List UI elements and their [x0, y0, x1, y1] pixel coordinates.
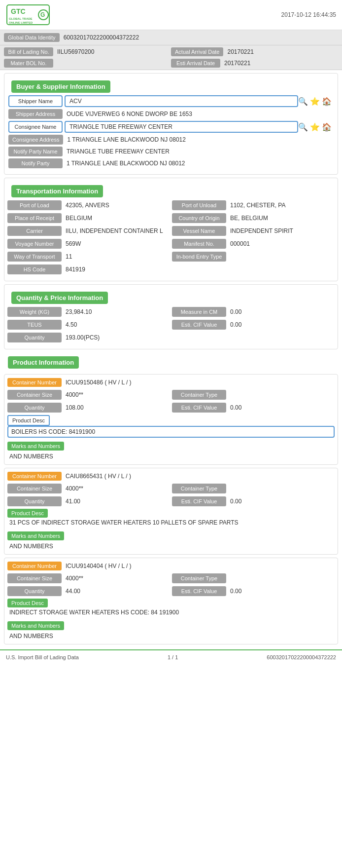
container-size-row-0: Container Size 4000** Container Type — [7, 389, 335, 400]
place-receipt-label: Place of Receipt — [7, 213, 62, 223]
product-desc-value-1: 31 PCS OF INDIRECT STORAGE WATER HEATERS… — [7, 518, 335, 528]
weight-value: 23,984.10 — [62, 306, 170, 317]
container-number-bar-0: Container Number ICUU9150486 ( HV / L / … — [7, 377, 335, 387]
carrier-value: IILU, INDEPENDENT CONTAINER L — [62, 226, 170, 236]
voyage-value: 569W — [62, 238, 170, 249]
container-type-value-1 — [226, 487, 335, 491]
star-icon-2[interactable]: ⭐ — [310, 122, 320, 132]
product-card-0: Container Number ICUU9150486 ( HV / L / … — [4, 374, 338, 465]
home-icon-2[interactable]: 🏠 — [322, 122, 332, 132]
notify-name-value: TRIANGLE TUBE FREEWAY CENTER — [63, 147, 334, 156]
product-quantity-label-1: Quantity — [7, 496, 62, 506]
esti-cif-label: Esti. CIF Value — [172, 320, 226, 330]
container-type-value-2 — [226, 576, 335, 580]
marks-label-2: Marks and Numbers — [7, 621, 64, 630]
product-desc-value-2: INDIRECT STORAGE WATER HEATERS HS CODE: … — [7, 607, 335, 617]
shipper-name-label: Shipper Name — [8, 95, 63, 107]
container-size-value-1: 4000** — [62, 483, 170, 494]
quantity-row: Quantity 193.00(PCS) — [7, 332, 335, 343]
svg-text:G: G — [40, 11, 45, 18]
container-number-value-0: ICUU9150486 ( HV / L / ) — [62, 377, 136, 387]
weight-label: Weight (KG) — [7, 307, 62, 317]
product-esti-cif-value-0: 0.00 — [226, 402, 335, 413]
carrier-row: Carrier IILU, INDEPENDENT CONTAINER L Ve… — [7, 226, 335, 236]
notify-party-row: Notify Party 1 TRIANGLE LANE BLACKWOOD N… — [7, 158, 335, 168]
product-quantity-value-1: 41.00 — [62, 496, 170, 507]
inbond-value — [226, 255, 335, 259]
container-number-label-1: Container Number — [7, 472, 62, 481]
search-icon[interactable]: 🔍 — [298, 97, 308, 106]
marks-label-1: Marks and Numbers — [7, 531, 64, 540]
notify-party-label: Notify Party — [8, 158, 63, 168]
consignee-address-row: Consignee Address 1 TRIANGLE LANE BLACKW… — [7, 135, 335, 145]
quantity-price-title: Quantity & Price Information — [11, 292, 108, 304]
product-quantity-row-2: Quantity 44.00 Esti. CIF Value 0.00 — [7, 586, 335, 597]
weight-row: Weight (KG) 23,984.10 Measure in CM 0.00 — [7, 306, 335, 317]
bill-info-strip: Bill of Lading No. IILU56970200 Actual A… — [0, 45, 342, 70]
quantity-value: 193.00(PCS) — [62, 332, 170, 343]
country-origin-label: Country of Origin — [172, 213, 226, 223]
port-unload-label: Port of Unload — [172, 200, 226, 210]
product-quantity-label-0: Quantity — [7, 403, 62, 413]
logo-area: GTC GLOBAL TRADE ONLINE LIMITED G — [6, 4, 50, 26]
page-footer: U.S. Import Bill of Lading Data 1 / 1 60… — [0, 649, 342, 664]
container-size-label-2: Container Size — [7, 573, 62, 583]
container-size-value-0: 4000** — [62, 389, 170, 400]
shipper-address-row: Shipper Address OUDE VIJVERWEG 6 NONE DW… — [7, 109, 335, 119]
star-icon[interactable]: ⭐ — [310, 97, 320, 106]
container-size-label-1: Container Size — [7, 484, 62, 493]
container-size-value-2: 4000** — [62, 573, 170, 584]
shipper-address-label: Shipper Address — [8, 109, 63, 119]
place-receipt-value: BELGIUM — [62, 213, 170, 224]
product-desc-block-2: Product Desc INDIRECT STORAGE WATER HEAT… — [7, 599, 335, 617]
arrival-label: Actual Arrival Date — [171, 47, 223, 56]
mater-label: Mater BOL No. — [4, 59, 53, 68]
vessel-label: Vessel Name — [172, 226, 226, 236]
home-icon[interactable]: 🏠 — [322, 97, 332, 106]
shipper-name-row: Shipper Name ACV 🔍 ⭐ 🏠 — [7, 95, 335, 107]
global-identity-value: 60032017022200004372222 — [60, 33, 143, 42]
esti-cif-value: 0.00 — [226, 319, 335, 330]
teus-label: TEUS — [7, 320, 62, 330]
quantity-label: Quantity — [7, 333, 62, 342]
way-transport-label: Way of Transport — [7, 252, 62, 262]
global-identity-bar: Global Data Identity 6003201702220000437… — [0, 30, 342, 45]
marks-value-0: AND NUMBERS — [7, 452, 335, 461]
product-desc-block-0: Product Desc BOILERS HS CODE: 84191900 — [7, 415, 335, 438]
voyage-label: Voyage Number — [7, 239, 62, 249]
marks-block-2: Marks and Numbers AND NUMBERS — [7, 619, 335, 641]
product-quantity-value-2: 44.00 — [62, 586, 170, 597]
global-identity-label: Global Data Identity — [4, 33, 60, 42]
bill-value: IILU56970200 — [53, 47, 98, 57]
product-esti-cif-label-2: Esti. CIF Value — [172, 586, 226, 596]
product-esti-cif-value-2: 0.00 — [226, 586, 335, 597]
marks-value-1: AND NUMBERS — [7, 541, 335, 551]
vessel-value: INDEPENDENT SPIRIT — [226, 226, 335, 236]
product-esti-cif-label-1: Esti. CIF Value — [172, 496, 226, 506]
shipper-address-value: OUDE VIJVERWEG 6 NONE DWORP BE 1653 — [63, 109, 334, 119]
bill-label: Bill of Lading No. — [4, 47, 53, 56]
esti-value: 20170221 — [220, 58, 254, 68]
way-transport-value: 11 — [62, 251, 170, 262]
inbond-label: In-bond Entry Type — [172, 252, 226, 262]
port-load-value: 42305, ANVERS — [62, 200, 170, 211]
consignee-name-label: Consignee Name — [8, 121, 63, 133]
svg-text:GLOBAL TRADE: GLOBAL TRADE — [9, 17, 33, 20]
notify-name-label: Notify Party Name — [8, 147, 63, 156]
container-size-row-1: Container Size 4000** Container Type — [7, 483, 335, 494]
footer-page: 1 / 1 — [168, 654, 178, 660]
teus-value: 4.50 — [62, 319, 170, 330]
place-row: Place of Receipt BELGIUM Country of Orig… — [7, 213, 335, 224]
container-type-label-0: Container Type — [172, 390, 226, 400]
search-icon-2[interactable]: 🔍 — [298, 122, 308, 132]
port-load-label: Port of Load — [7, 200, 62, 210]
product-esti-cif-value-1: 0.00 — [226, 496, 335, 507]
mater-value — [53, 62, 61, 65]
manifest-value: 000001 — [226, 238, 335, 249]
country-origin-value: BE, BELGIUM — [226, 213, 335, 224]
carrier-label: Carrier — [7, 226, 62, 236]
port-row: Port of Load 42305, ANVERS Port of Unloa… — [7, 200, 335, 211]
product-quantity-value-0: 108.00 — [62, 402, 170, 413]
container-size-row-2: Container Size 4000** Container Type — [7, 573, 335, 584]
container-number-label-2: Container Number — [7, 562, 62, 570]
